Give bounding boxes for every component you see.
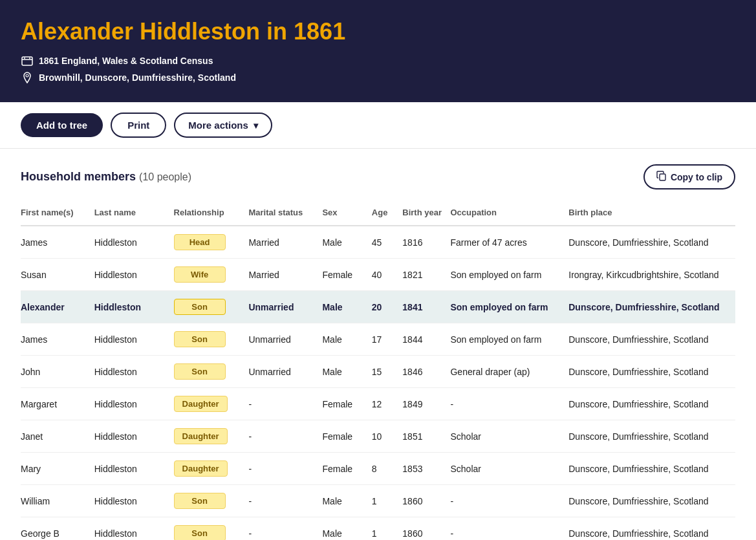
cell-occupation: Scholar bbox=[450, 420, 568, 453]
relationship-badge: Daughter bbox=[174, 428, 228, 444]
table-row: JamesHiddlestonHeadMarriedMale451816Farm… bbox=[21, 226, 735, 259]
cell-relationship: Son bbox=[174, 291, 249, 323]
cell-last: Hiddleston bbox=[94, 485, 174, 517]
cell-marital: - bbox=[248, 453, 322, 485]
cell-last: Hiddleston bbox=[94, 388, 174, 420]
cell-marital: - bbox=[248, 420, 322, 453]
cell-first: James bbox=[21, 226, 94, 259]
col-header-age: Age bbox=[372, 202, 403, 226]
cell-birthplace: Dunscore, Dumfriesshire, Scotland bbox=[568, 291, 735, 323]
cell-birthplace: Dunscore, Dumfriesshire, Scotland bbox=[568, 420, 735, 453]
cell-birthyear: 1849 bbox=[402, 388, 450, 420]
cell-last: Hiddleston bbox=[94, 259, 174, 291]
section-count: (10 people) bbox=[139, 171, 191, 182]
cell-first: William bbox=[21, 485, 94, 517]
cell-relationship: Daughter bbox=[174, 453, 249, 485]
relationship-badge: Wife bbox=[174, 266, 226, 283]
more-actions-button[interactable]: More actions bbox=[174, 113, 272, 138]
cell-first: Susan bbox=[21, 259, 94, 291]
col-header-last: Last name bbox=[94, 202, 174, 226]
table-row: George BHiddlestonSon-Male11860-Dunscore… bbox=[21, 517, 735, 541]
cell-marital: - bbox=[248, 517, 322, 541]
cell-age: 1 bbox=[372, 485, 403, 517]
cell-occupation: Scholar bbox=[450, 453, 568, 485]
cell-marital: Married bbox=[248, 226, 322, 259]
table-row: WilliamHiddlestonSon-Male11860-Dunscore,… bbox=[21, 485, 735, 517]
cell-marital: - bbox=[248, 388, 322, 420]
chevron-down-icon bbox=[254, 120, 258, 131]
header-meta: 1861 England, Wales & Scotland Census Br… bbox=[21, 54, 735, 84]
cell-birthplace: Dunscore, Dumfriesshire, Scotland bbox=[568, 388, 735, 420]
cell-first: George B bbox=[21, 517, 94, 541]
cell-birthyear: 1851 bbox=[402, 420, 450, 453]
cell-marital: Unmarried bbox=[248, 356, 322, 388]
cell-birthyear: 1821 bbox=[402, 259, 450, 291]
cell-sex: Male bbox=[322, 356, 371, 388]
census-label: 1861 England, Wales & Scotland Census bbox=[21, 54, 735, 67]
cell-age: 45 bbox=[372, 226, 403, 259]
table-row: MaryHiddlestonDaughter-Female81853Schola… bbox=[21, 453, 735, 485]
cell-age: 8 bbox=[372, 453, 403, 485]
cell-sex: Male bbox=[322, 323, 371, 356]
relationship-badge: Son bbox=[174, 493, 226, 509]
cell-birthplace: Dunscore, Dumfriesshire, Scotland bbox=[568, 453, 735, 485]
cell-age: 15 bbox=[372, 356, 403, 388]
cell-sex: Female bbox=[322, 420, 371, 453]
cell-relationship: Daughter bbox=[174, 420, 249, 453]
cell-birthyear: 1841 bbox=[402, 291, 450, 323]
cell-occupation: Son employed on farm bbox=[450, 291, 568, 323]
cell-last: Hiddleston bbox=[94, 356, 174, 388]
relationship-badge: Son bbox=[174, 331, 226, 347]
cell-last: Hiddleston bbox=[94, 323, 174, 356]
cell-occupation: Son employed on farm bbox=[450, 259, 568, 291]
location-label: Brownhill, Dunscore, Dumfriesshire, Scot… bbox=[21, 71, 735, 84]
cell-first: Janet bbox=[21, 420, 94, 453]
col-header-first: First name(s) bbox=[21, 202, 94, 226]
cell-first: Alexander bbox=[21, 291, 94, 323]
cell-last: Hiddleston bbox=[94, 291, 174, 323]
col-header-birthplace: Birth place bbox=[568, 202, 735, 226]
add-to-tree-button[interactable]: Add to tree bbox=[21, 113, 103, 137]
copy-icon bbox=[656, 171, 667, 183]
cell-marital: Unmarried bbox=[248, 291, 322, 323]
svg-point-1 bbox=[24, 58, 25, 59]
table-row: AlexanderHiddlestonSonUnmarriedMale20184… bbox=[21, 291, 735, 323]
copy-to-clipboard-button[interactable]: Copy to clip bbox=[643, 164, 735, 189]
location-icon bbox=[21, 71, 34, 84]
cell-relationship: Head bbox=[174, 226, 249, 259]
relationship-badge: Daughter bbox=[174, 460, 228, 477]
table-row: JohnHiddlestonSonUnmarriedMale151846Gene… bbox=[21, 356, 735, 388]
print-button[interactable]: Print bbox=[111, 113, 166, 138]
relationship-badge: Son bbox=[174, 525, 226, 540]
cell-age: 40 bbox=[372, 259, 403, 291]
cell-birthyear: 1844 bbox=[402, 323, 450, 356]
cell-occupation: - bbox=[450, 485, 568, 517]
cell-marital: Married bbox=[248, 259, 322, 291]
cell-birthplace: Irongray, Kirkcudbrightshire, Scotland bbox=[568, 259, 735, 291]
cell-occupation: - bbox=[450, 517, 568, 541]
cell-age: 1 bbox=[372, 517, 403, 541]
table-row: JamesHiddlestonSonUnmarriedMale171844Son… bbox=[21, 323, 735, 356]
cell-sex: Female bbox=[322, 388, 371, 420]
cell-birthyear: 1860 bbox=[402, 485, 450, 517]
table-row: JanetHiddlestonDaughter-Female101851Scho… bbox=[21, 420, 735, 453]
cell-relationship: Son bbox=[174, 356, 249, 388]
cell-marital: - bbox=[248, 485, 322, 517]
actions-bar: Add to tree Print More actions bbox=[0, 102, 756, 149]
cell-birthplace: Dunscore, Dumfriesshire, Scotland bbox=[568, 356, 735, 388]
cell-age: 10 bbox=[372, 420, 403, 453]
col-header-birth: Birth year bbox=[402, 202, 450, 226]
cell-last: Hiddleston bbox=[94, 226, 174, 259]
cell-last: Hiddleston bbox=[94, 517, 174, 541]
table-row: SusanHiddlestonWifeMarriedFemale401821So… bbox=[21, 259, 735, 291]
cell-sex: Male bbox=[322, 517, 371, 541]
relationship-badge: Son bbox=[174, 299, 226, 315]
svg-point-3 bbox=[26, 74, 28, 77]
cell-sex: Male bbox=[322, 291, 371, 323]
svg-point-2 bbox=[29, 58, 30, 59]
relationship-badge: Son bbox=[174, 363, 226, 380]
cell-occupation: General draper (ap) bbox=[450, 356, 568, 388]
col-header-occupation: Occupation bbox=[450, 202, 568, 226]
table-header-row: First name(s) Last name Relationship Mar… bbox=[21, 202, 735, 226]
cell-birthyear: 1816 bbox=[402, 226, 450, 259]
